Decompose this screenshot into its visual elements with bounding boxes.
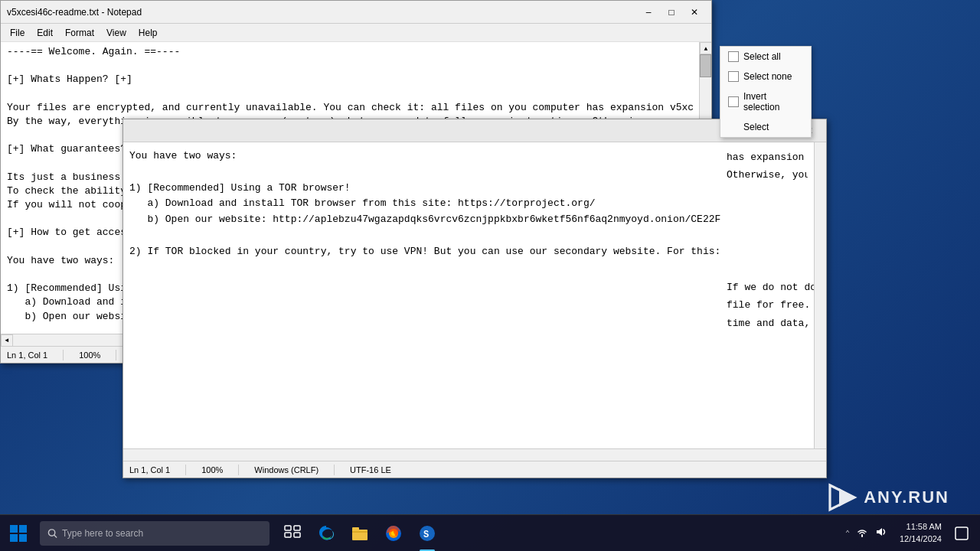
scrollbar-v-2[interactable] (814, 142, 826, 448)
file-explorer-icon (351, 524, 369, 543)
svg-rect-22 (352, 527, 359, 531)
status-position-1: Ln 1, Col 1 (7, 350, 47, 360)
notepad2-partial-bottom: If we do not do o file for free. Tha tim… (727, 279, 808, 332)
desktop: Google Chrome 📄 d60dff40.lock th... ▶ VL… (0, 0, 980, 551)
unknown-app-icon: S (418, 524, 436, 543)
context-menu: Select all Select none Invert selection … (720, 46, 812, 138)
status-zoom-2: 100% (201, 465, 223, 474)
taskbar-search-bar[interactable] (40, 521, 270, 546)
clock-date: 12/14/2024 (900, 533, 942, 545)
notepad2-spacer (727, 271, 808, 279)
maximize-button-1[interactable]: □ (661, 4, 682, 21)
volume-icon[interactable] (872, 524, 889, 543)
scroll-up-1[interactable]: ▲ (700, 42, 711, 54)
taskbar-edge[interactable] (309, 515, 343, 552)
status-encoding-2: UTF-16 LE (350, 465, 391, 474)
context-menu-select[interactable]: Select (720, 117, 811, 137)
svg-rect-21 (352, 530, 368, 540)
taskbar-clock[interactable]: 11:58 AM 12/14/2024 (895, 520, 946, 546)
search-input[interactable] (62, 528, 262, 539)
show-hidden-icons[interactable]: ⌃ (843, 527, 852, 540)
anyrun-watermark: ANY.RUN (827, 482, 949, 513)
select-label: Select (743, 122, 769, 132)
select-none-label: Select none (743, 71, 792, 82)
context-menu-invert-selection[interactable]: Invert selection (720, 86, 811, 117)
window-controls-1: – □ ✕ (638, 4, 705, 21)
taskbar-apps-container: S (276, 515, 444, 552)
edge-icon (317, 524, 335, 543)
context-menu-select-none[interactable]: Select none (720, 67, 811, 86)
start-button[interactable] (0, 515, 37, 552)
taskbar: S ⌃ (0, 514, 980, 551)
taskbar-unknown-app[interactable]: S (410, 515, 444, 552)
menu-format[interactable]: Format (59, 26, 100, 40)
select-none-checkbox (728, 71, 739, 82)
svg-text:S: S (423, 530, 429, 540)
svg-marker-28 (877, 528, 882, 536)
search-icon (47, 528, 57, 539)
notepad2-partial-top: has expansion v5xc Otherwise, you ca (727, 148, 808, 271)
menu-view[interactable]: View (100, 26, 132, 40)
context-menu-select-all[interactable]: Select all (720, 47, 811, 67)
svg-rect-12 (19, 525, 27, 533)
anyrun-text: ANY.RUN (864, 487, 949, 507)
notepad-title-1: v5xcesi46c-readme.txt - Notepad (7, 7, 638, 18)
select-all-checkbox (728, 51, 739, 62)
status-position-2: Ln 1, Col 1 (129, 465, 170, 474)
invert-selection-checkbox (728, 96, 739, 107)
scrollbar-h-2[interactable] (123, 448, 826, 461)
close-button-1[interactable]: ✕ (684, 4, 705, 21)
status-lineending-2: Windows (CRLF) (254, 465, 318, 474)
svg-point-15 (48, 529, 54, 535)
clock-time: 11:58 AM (900, 521, 942, 533)
svg-rect-14 (19, 534, 27, 542)
svg-rect-20 (294, 533, 300, 537)
firefox-icon (384, 524, 403, 543)
svg-rect-11 (10, 525, 18, 533)
windows-logo-icon (9, 524, 28, 543)
notepad2-left: You have two ways: 1) [Recommended] Usin… (123, 142, 720, 448)
network-icon[interactable] (854, 524, 871, 543)
taskbar-file-explorer[interactable] (343, 515, 377, 552)
notepad-titlebar-1: v5xcesi46c-readme.txt - Notepad – □ ✕ (1, 1, 711, 24)
wifi-icon (856, 526, 868, 538)
speaker-icon (874, 526, 887, 538)
notepad-window-2: – □ ✕ You have two ways: 1) [Recommended… (122, 119, 827, 478)
svg-rect-29 (956, 527, 968, 540)
taskbar-task-view[interactable] (276, 515, 309, 552)
notification-icon (955, 527, 969, 540)
scroll-left-1[interactable]: ◄ (1, 334, 13, 347)
svg-rect-17 (285, 526, 291, 530)
notification-button[interactable] (949, 515, 974, 552)
task-view-icon (284, 525, 301, 542)
select-all-label: Select all (743, 51, 781, 62)
svg-rect-18 (294, 526, 300, 530)
menu-edit[interactable]: Edit (31, 26, 59, 40)
system-tray: ⌃ (840, 524, 892, 543)
menu-help[interactable]: Help (132, 26, 164, 40)
notepad-status-2: Ln 1, Col 1 100% Windows (CRLF) UTF-16 L… (123, 461, 826, 478)
notepad-menubar-1: File Edit Format View Help (1, 24, 711, 42)
svg-rect-13 (10, 534, 18, 542)
menu-file[interactable]: File (4, 26, 31, 40)
status-zoom-1: 100% (79, 350, 100, 360)
invert-selection-label: Invert selection (743, 91, 803, 112)
svg-marker-10 (839, 488, 854, 507)
taskbar-firefox[interactable] (377, 515, 410, 552)
notepad2-main-text[interactable]: You have two ways: 1) [Recommended] Usin… (123, 142, 720, 448)
svg-line-16 (54, 535, 57, 537)
notepad2-content-layout: You have two ways: 1) [Recommended] Usin… (123, 142, 826, 448)
svg-rect-19 (285, 533, 291, 537)
taskbar-right-area: ⌃ 11:58 AM 12/14/ (840, 515, 980, 552)
anyrun-logo-icon (827, 482, 858, 513)
notepad2-right: has expansion v5xc Otherwise, you ca If … (720, 142, 814, 448)
minimize-button-1[interactable]: – (638, 4, 659, 21)
